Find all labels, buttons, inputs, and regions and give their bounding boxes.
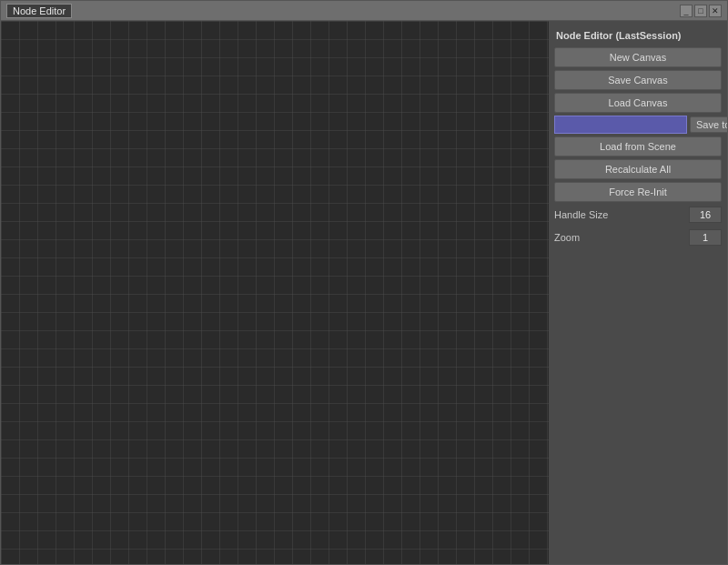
force-re-init-button[interactable]: Force Re-Init: [554, 182, 722, 202]
window-controls: _ □ ✕: [680, 5, 722, 17]
canvas-grid: [1, 21, 549, 564]
recalculate-all-button[interactable]: Recalculate All: [554, 159, 722, 179]
save-to-scene-row: Save to Scene: [554, 116, 722, 134]
node-editor-window: Node Editor _ □ ✕ Node Editor (LastSessi…: [0, 0, 728, 565]
save-to-scene-button[interactable]: Save to Scene: [690, 116, 727, 133]
maximize-button[interactable]: □: [694, 5, 707, 17]
load-canvas-button[interactable]: Load Canvas: [554, 93, 722, 113]
new-canvas-button[interactable]: New Canvas: [554, 47, 722, 67]
minimize-button[interactable]: _: [680, 5, 693, 17]
sidebar: Node Editor (LastSession) New Canvas Sav…: [549, 21, 727, 564]
save-canvas-button[interactable]: Save Canvas: [554, 70, 722, 90]
load-from-scene-button[interactable]: Load from Scene: [554, 136, 722, 156]
content-area: Node Editor (LastSession) New Canvas Sav…: [1, 21, 727, 564]
handle-size-input[interactable]: [689, 207, 722, 223]
close-button[interactable]: ✕: [709, 5, 722, 17]
title-bar: Node Editor _ □ ✕: [1, 1, 727, 21]
save-to-scene-input[interactable]: [554, 116, 687, 134]
window-title-label: Node Editor: [6, 4, 72, 18]
sidebar-title: Node Editor (LastSession): [554, 26, 722, 45]
zoom-row: Zoom: [554, 227, 722, 247]
handle-size-row: Handle Size: [554, 205, 722, 225]
zoom-input[interactable]: [689, 229, 722, 246]
zoom-label: Zoom: [554, 232, 689, 243]
handle-size-label: Handle Size: [554, 209, 689, 220]
canvas-area[interactable]: [1, 21, 549, 564]
